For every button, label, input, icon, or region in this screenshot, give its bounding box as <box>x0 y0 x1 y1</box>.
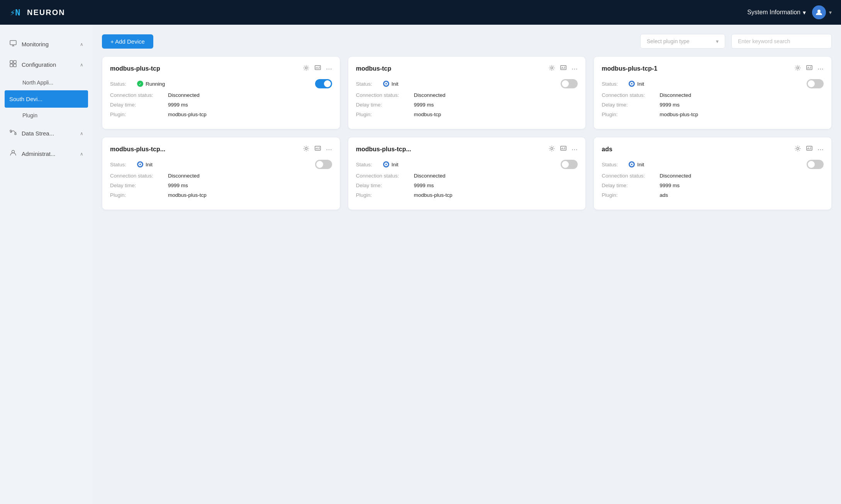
svg-point-42 <box>797 147 799 149</box>
plugin-select-chevron: ▾ <box>716 38 719 44</box>
device-toggle-card-5[interactable] <box>561 160 578 169</box>
more-icon-card-1[interactable]: ⋯ <box>326 65 332 73</box>
status-value-card-6: Init <box>629 161 807 167</box>
more-icon-card-2[interactable]: ⋯ <box>571 65 578 73</box>
settings-icon-card-5[interactable] <box>548 145 555 154</box>
status-text-card-2: Init <box>392 81 398 87</box>
plugin-label-card-6: Plugin: <box>602 192 660 198</box>
topnav-right: System Information ▾ ▾ <box>747 5 832 19</box>
neuron-logo-icon: ⚡N <box>9 5 23 19</box>
sidebar: Monitoring ∧ Configuration ∧ North Appli… <box>0 25 93 504</box>
data-stream-chevron: ∧ <box>80 131 83 136</box>
status-init-dot <box>137 161 143 167</box>
user-icon <box>815 8 823 16</box>
status-label-card-5: Status: <box>356 162 383 167</box>
chart-icon-card-1[interactable] <box>314 64 321 73</box>
settings-icon-card-4[interactable] <box>303 145 310 154</box>
monitoring-chevron: ∧ <box>80 42 83 47</box>
status-label-card-2: Status: <box>356 81 383 87</box>
keyword-search-input[interactable] <box>731 34 832 49</box>
connection-label-card-4: Connection status: <box>110 173 168 179</box>
toggle-slider-card-3 <box>807 79 824 88</box>
device-toggle-card-3[interactable] <box>807 79 824 88</box>
connection-label-card-1: Connection status: <box>110 92 168 98</box>
delay-time-row-card-5: Delay time: 9999 ms <box>356 183 578 188</box>
svg-point-36 <box>551 147 553 149</box>
status-label-card-3: Status: <box>602 81 629 87</box>
connection-label-card-5: Connection status: <box>356 173 414 179</box>
card-actions-card-3: ⋯ <box>794 64 824 73</box>
chart-icon-card-2[interactable] <box>560 64 567 73</box>
connection-status-row-card-3: Connection status: Disconnected <box>602 92 824 98</box>
system-info-button[interactable]: System Information ▾ <box>747 9 806 16</box>
svg-rect-8 <box>14 64 16 67</box>
more-icon-card-6[interactable]: ⋯ <box>817 146 824 153</box>
sidebar-item-configuration[interactable]: Configuration ∧ <box>0 54 93 75</box>
settings-icon-card-6[interactable] <box>794 145 801 154</box>
plugin-type-select[interactable]: Select plugin type ▾ <box>640 34 725 49</box>
plugin-row-card-4: Plugin: modbus-plus-tcp <box>110 192 332 198</box>
delay-time-row-card-6: Delay time: 9999 ms <box>602 183 824 188</box>
admin-icon <box>9 149 17 159</box>
more-icon-card-4[interactable]: ⋯ <box>326 146 332 153</box>
main-content: + Add Device Select plugin type ▾ modbus… <box>93 25 841 504</box>
user-avatar[interactable] <box>812 5 826 19</box>
add-device-button[interactable]: + Add Device <box>102 34 153 49</box>
device-card-card-4: modbus-plus-tcp... <box>102 137 340 210</box>
delay-value-card-4: 9999 ms <box>168 183 188 188</box>
config-icon <box>9 60 17 69</box>
delay-label-card-1: Delay time: <box>110 102 168 108</box>
chart-icon-card-6[interactable] <box>806 145 813 154</box>
status-init-dot <box>383 81 389 87</box>
toggle-slider-card-2 <box>561 79 578 88</box>
card-header-card-3: modbus-plus-tcp-1 <box>602 64 824 73</box>
sidebar-item-administration[interactable]: Administrat... ∧ <box>0 144 93 164</box>
system-info-label: System Information <box>747 9 800 16</box>
user-chevron-icon[interactable]: ▾ <box>829 9 832 15</box>
toggle-slider-card-1 <box>315 79 332 88</box>
chevron-down-icon: ▾ <box>803 9 806 16</box>
delay-time-row-card-2: Delay time: 9999 ms <box>356 102 578 108</box>
chart-icon-card-5[interactable] <box>560 145 567 154</box>
delay-value-card-5: 9999 ms <box>414 183 434 188</box>
connection-status-row-card-1: Connection status: Disconnected <box>110 92 332 98</box>
connection-status-row-card-5: Connection status: Disconnected <box>356 173 578 179</box>
delay-label-card-4: Delay time: <box>110 183 168 188</box>
toggle-slider-card-5 <box>561 160 578 169</box>
connection-value-card-6: Disconnected <box>660 173 691 179</box>
plugin-value-card-5: modbus-plus-tcp <box>414 192 453 198</box>
more-icon-card-3[interactable]: ⋯ <box>817 65 824 73</box>
device-toggle-card-2[interactable] <box>561 79 578 88</box>
sidebar-item-monitoring[interactable]: Monitoring ∧ <box>0 34 93 54</box>
more-icon-card-5[interactable]: ⋯ <box>571 146 578 153</box>
sidebar-item-north-appli[interactable]: North Appli... <box>0 75 93 90</box>
plugin-label-card-3: Plugin: <box>602 112 660 117</box>
settings-icon-card-2[interactable] <box>548 64 555 73</box>
settings-icon-card-1[interactable] <box>303 64 310 73</box>
device-toggle-card-1[interactable] <box>315 79 332 88</box>
connection-value-card-4: Disconnected <box>168 173 200 179</box>
chart-icon-card-3[interactable] <box>806 64 813 73</box>
status-value-card-3: Init <box>629 81 807 87</box>
device-toggle-card-6[interactable] <box>807 160 824 169</box>
plugin-row-card-2: Plugin: modbus-tcp <box>356 112 578 117</box>
chart-icon-card-4[interactable] <box>314 145 321 154</box>
plugin-type-placeholder: Select plugin type <box>647 38 690 44</box>
sidebar-item-south-devi[interactable]: South Devi... <box>5 90 88 108</box>
delay-value-card-6: 9999 ms <box>660 183 680 188</box>
delay-value-card-2: 9999 ms <box>414 102 434 108</box>
status-row-card-5: Status: Init <box>356 160 578 169</box>
sidebar-item-plugin[interactable]: Plugin <box>0 108 93 123</box>
connection-value-card-5: Disconnected <box>414 173 446 179</box>
connection-value-card-3: Disconnected <box>660 92 691 98</box>
svg-point-10 <box>15 133 16 135</box>
plugin-row-card-1: Plugin: modbus-plus-tcp <box>110 112 332 117</box>
svg-point-24 <box>797 67 799 69</box>
sidebar-item-data-stream[interactable]: Data Strea... ∧ <box>0 123 93 144</box>
status-label-card-1: Status: <box>110 81 137 87</box>
settings-icon-card-3[interactable] <box>794 64 801 73</box>
device-name-card-1: modbus-plus-tcp <box>110 65 303 72</box>
device-toggle-card-4[interactable] <box>315 160 332 169</box>
logo-text: NEURON <box>27 8 65 17</box>
plugin-value-card-6: ads <box>660 192 668 198</box>
